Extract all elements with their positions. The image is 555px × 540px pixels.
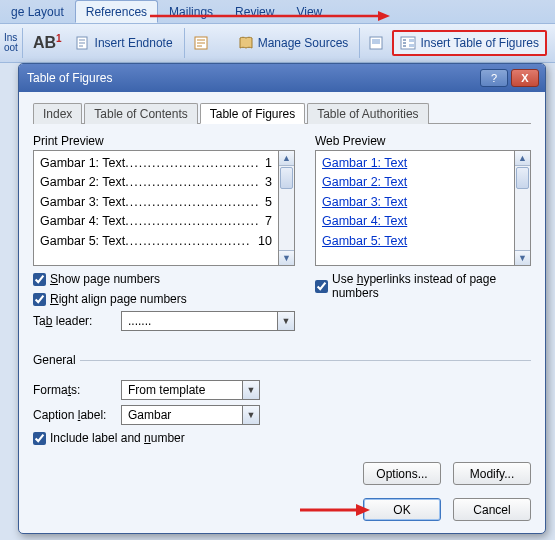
ribbon-tabs: ge Layout References Mailings Review Vie… [0, 0, 555, 23]
dialog-titlebar: Table of Figures ? X [19, 64, 545, 92]
stub-text2: oot [4, 43, 18, 53]
dropdown-icon[interactable]: ▼ [242, 406, 259, 424]
scrollbar[interactable]: ▲ ▼ [515, 150, 531, 266]
divider [22, 28, 23, 58]
tab-leader-value: ....... [122, 314, 277, 328]
divider [359, 28, 360, 58]
scroll-up-button[interactable]: ▲ [515, 151, 530, 166]
use-hyperlinks-label: Use hyperlinks instead of page numbers [332, 272, 531, 300]
caption-icon [368, 35, 384, 51]
web-preview-box: Gambar 1: Text Gambar 2: Text Gambar 3: … [315, 150, 515, 266]
ok-button[interactable]: OK [363, 498, 441, 521]
modify-button[interactable]: Modify... [453, 462, 531, 485]
svg-rect-3 [372, 39, 380, 44]
cancel-button[interactable]: Cancel [453, 498, 531, 521]
footnote-icon: AB1 [33, 33, 62, 52]
web-link: Gambar 1: Text [322, 154, 508, 173]
right-align-label: Right align page numbers [50, 292, 187, 306]
help-button[interactable]: ? [480, 69, 508, 87]
web-link: Gambar 4: Text [322, 212, 508, 231]
tab-toc[interactable]: Table of Contents [84, 103, 197, 124]
table-of-figures-icon [400, 35, 416, 51]
ribbon-bar: Ins oot AB1 Insert Endnote Manage Source… [0, 23, 555, 63]
dropdown-icon[interactable]: ▼ [277, 312, 294, 330]
preview-row: Gambar 2: Text..........................… [40, 173, 272, 192]
include-label-checkbox[interactable] [33, 432, 46, 445]
scroll-down-button[interactable]: ▼ [279, 250, 294, 265]
scroll-down-button[interactable]: ▼ [515, 250, 530, 265]
dialog-table-of-figures: Table of Figures ? X Index Table of Cont… [18, 63, 546, 534]
tab-review[interactable]: Review [224, 0, 285, 23]
svg-rect-6 [409, 44, 414, 47]
general-group: General Formats: From template ▼ Caption… [33, 353, 531, 447]
tab-references[interactable]: References [75, 0, 158, 23]
preview-row: Gambar 3: Text..........................… [40, 193, 272, 212]
tab-view[interactable]: View [285, 0, 333, 23]
divider [184, 28, 185, 58]
insert-endnote-label: Insert Endnote [95, 36, 173, 50]
caption-label-label: Caption label: [33, 408, 121, 422]
tab-tof[interactable]: Table of Figures [200, 103, 305, 124]
insert-table-of-figures-button[interactable]: Insert Table of Figures [392, 30, 547, 56]
insert-endnote-button[interactable]: Insert Endnote [68, 31, 180, 55]
web-link: Gambar 3: Text [322, 193, 508, 212]
caption-label-value: Gambar [122, 408, 242, 422]
dialog-body: Index Table of Contents Table of Figures… [19, 92, 545, 533]
formats-value: From template [122, 383, 242, 397]
scroll-up-button[interactable]: ▲ [279, 151, 294, 166]
web-link: Gambar 2: Text [322, 173, 508, 192]
use-hyperlinks-checkbox[interactable] [315, 280, 328, 293]
tab-page-layout[interactable]: ge Layout [0, 0, 75, 23]
show-page-numbers-checkbox[interactable] [33, 273, 46, 286]
print-preview-box: Gambar 1: Text..........................… [33, 150, 279, 266]
endnote-icon [75, 35, 91, 51]
scroll-thumb[interactable] [516, 167, 529, 189]
tab-leader-combo[interactable]: ....... ▼ [121, 311, 295, 331]
include-label-label: Include label and number [50, 431, 185, 445]
right-align-checkbox[interactable] [33, 293, 46, 306]
web-link: Gambar 5: Text [322, 232, 508, 251]
preview-row: Gambar 1: Text..........................… [40, 154, 272, 173]
formats-label: Formats: [33, 383, 121, 397]
manage-sources-label: Manage Sources [258, 36, 349, 50]
general-label: General [33, 353, 80, 367]
dropdown-icon[interactable]: ▼ [242, 381, 259, 399]
scrollbar[interactable]: ▲ ▼ [279, 150, 295, 266]
scroll-thumb[interactable] [280, 167, 293, 189]
tab-index[interactable]: Index [33, 103, 82, 124]
manage-sources-button[interactable]: Manage Sources [231, 31, 356, 55]
source-icon [193, 35, 209, 51]
preview-row: Gambar 4: Text..........................… [40, 212, 272, 231]
close-button[interactable]: X [511, 69, 539, 87]
tab-mailings[interactable]: Mailings [158, 0, 224, 23]
insert-tof-label: Insert Table of Figures [420, 36, 539, 50]
print-preview-label: Print Preview [33, 134, 295, 148]
formats-combo[interactable]: From template ▼ [121, 380, 260, 400]
tab-toa[interactable]: Table of Authorities [307, 103, 428, 124]
options-button[interactable]: Options... [363, 462, 441, 485]
preview-row: Gambar 5: Text..........................… [40, 232, 272, 251]
caption-label-combo[interactable]: Gambar ▼ [121, 405, 260, 425]
dialog-tabs: Index Table of Contents Table of Figures… [33, 102, 531, 124]
book-icon [238, 35, 254, 51]
show-page-numbers-label: Show page numbers [50, 272, 160, 286]
web-preview-label: Web Preview [315, 134, 531, 148]
dialog-title: Table of Figures [25, 71, 477, 85]
tab-leader-label: Tab leader: [33, 314, 121, 328]
svg-rect-5 [409, 39, 414, 42]
